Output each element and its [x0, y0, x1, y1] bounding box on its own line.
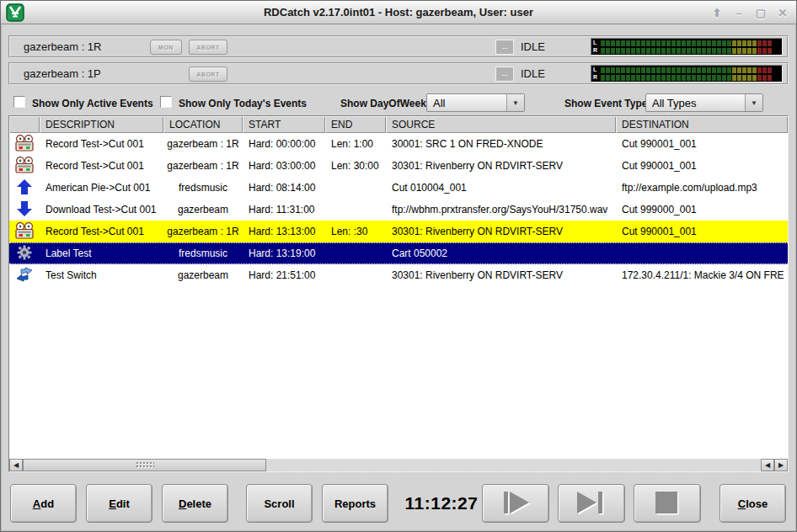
- cell-start: Hard: 08:14:00: [243, 182, 325, 194]
- meter-segment-green: [707, 67, 711, 73]
- titlebar[interactable]: RDCatch v2.17.0int01 - Host: gazerbeam, …: [1, 1, 796, 24]
- rdcatch-window: RDCatch v2.17.0int01 - Host: gazerbeam, …: [0, 0, 797, 532]
- meter-segment-green: [702, 48, 706, 54]
- cell-description: Record Test->Cut 001: [40, 226, 163, 237]
- table-row[interactable]: Record Test->Cut 001gazerbeam : 1RHard: …: [9, 133, 788, 155]
- dayofweek-label: Show DayOfWeek:: [340, 98, 430, 109]
- meter-segment-green: [611, 75, 615, 81]
- meter-segment-yellow: [732, 48, 736, 54]
- cell-location: gazerbeam : 1R: [163, 226, 243, 237]
- column-header-source[interactable]: SOURCE: [386, 116, 616, 133]
- scrollbar-thumb[interactable]: [23, 459, 266, 471]
- macro-icon: [17, 245, 32, 263]
- meter-segment-yellow: [752, 67, 757, 73]
- deck-event-chip: --: [495, 40, 514, 55]
- meter-segment-red: [768, 67, 772, 73]
- table-row[interactable]: Test SwitchgazerbeamHard: 21:51:0030301:…: [9, 264, 788, 286]
- table-row[interactable]: Record Test->Cut 001gazerbeam : 1RHard: …: [9, 155, 788, 177]
- add-button[interactable]: Add: [10, 484, 77, 523]
- meter-segment-green: [666, 75, 671, 81]
- show-today-checkbox[interactable]: [160, 96, 172, 108]
- meter-segment-green: [611, 40, 615, 46]
- column-header-destination[interactable]: DESTINATION: [616, 116, 788, 133]
- meter-segment-green: [707, 40, 711, 46]
- scrollbar-track[interactable]: [266, 459, 761, 471]
- meter-segment-green: [616, 48, 620, 54]
- scroll-right-button[interactable]: ▶: [774, 459, 788, 471]
- column-header-end[interactable]: END: [325, 116, 386, 133]
- meter-segment-yellow: [752, 75, 757, 81]
- meter-segment-green: [661, 75, 666, 81]
- cell-destination: ftp://example.com/upload.mp3: [616, 182, 788, 194]
- table-row[interactable]: Download Test->Cut 001gazerbeamHard: 11:…: [9, 199, 788, 221]
- meter-segment-green: [671, 75, 676, 81]
- meter-segment-green: [616, 40, 620, 46]
- show-active-checkbox[interactable]: [13, 96, 25, 108]
- table-row[interactable]: American Pie->Cut 001fredsmusicHard: 08:…: [9, 177, 788, 199]
- dayofweek-select[interactable]: All ▼: [426, 93, 525, 112]
- shade-button[interactable]: ⬆: [710, 7, 724, 19]
- meter-segment-green: [666, 67, 671, 73]
- meter-segment-green: [626, 40, 630, 46]
- meter-segment-green: [707, 48, 711, 54]
- play-icon: [499, 491, 532, 516]
- column-header-start[interactable]: START: [243, 116, 325, 133]
- meter-segment-green: [626, 48, 630, 54]
- scroll-button[interactable]: Scroll: [246, 484, 313, 523]
- meter-segment-green: [687, 48, 691, 54]
- meter-segment-yellow: [747, 40, 752, 46]
- meter-segment-yellow: [752, 40, 757, 46]
- play-start-button[interactable]: [482, 484, 549, 523]
- stop-button[interactable]: [634, 484, 701, 523]
- cell-source: ftp://wbhm.prxtransfer.org/SaysYouH/3175…: [386, 204, 616, 215]
- deck-status: IDLE: [521, 40, 545, 53]
- meter-segment-green: [661, 67, 666, 73]
- minimize-button[interactable]: –: [732, 7, 746, 19]
- cell-source: 30301: Rivenberry ON RDVIRT-SERV: [386, 269, 616, 281]
- horizontal-scrollbar[interactable]: ◀ ◀ ▶: [9, 459, 788, 471]
- delete-button[interactable]: Delete: [162, 484, 228, 523]
- meter-segment-green: [727, 75, 731, 81]
- scroll-left-button[interactable]: ◀: [9, 459, 23, 471]
- meter-segment-green: [601, 67, 605, 73]
- abort-button[interactable]: ABORT: [189, 40, 227, 55]
- cell-source: 30301: Rivenberry ON RDVIRT-SERV: [386, 160, 616, 172]
- meter-segment-green: [616, 75, 620, 81]
- meter-segment-green: [722, 67, 726, 73]
- meter-segment-green: [631, 75, 635, 81]
- maximize-button[interactable]: ▢: [754, 7, 768, 19]
- meter-segment-green: [646, 67, 650, 73]
- meter-channel-label: L: [593, 40, 601, 46]
- meter-segment-red: [757, 48, 762, 54]
- column-header-description[interactable]: DESCRIPTION: [40, 116, 163, 133]
- reports-button[interactable]: Reports: [322, 484, 388, 523]
- play-next-button[interactable]: [558, 484, 625, 523]
- scroll-left-button[interactable]: ◀: [761, 459, 774, 471]
- play-deck-panel: gazerbeam : 1P ABORT -- IDLE LR: [8, 62, 789, 85]
- meter-segment-green: [727, 40, 731, 46]
- abort-button[interactable]: ABORT: [189, 66, 227, 82]
- meter-segment-green: [727, 67, 731, 73]
- cell-description: Record Test->Cut 001: [40, 138, 163, 150]
- meter-segment-green: [606, 40, 610, 46]
- cell-start: Hard: 13:19:00: [243, 247, 325, 259]
- meter-segment-green: [717, 75, 721, 81]
- meter-segment-green: [722, 40, 726, 46]
- meter-segment-green: [707, 75, 711, 81]
- edit-button[interactable]: Edit: [86, 484, 152, 523]
- table-row[interactable]: Record Test->Cut 001gazerbeam : 1RHard: …: [9, 221, 788, 242]
- monitor-button[interactable]: MON: [150, 40, 182, 55]
- meter-segment-green: [687, 67, 691, 73]
- cell-source: 30301: Rivenberry ON RDVIRT-SERV: [386, 226, 616, 237]
- close-window-button[interactable]: ✕: [776, 7, 789, 19]
- meter-segment-green: [692, 75, 696, 81]
- meter-segment-green: [656, 67, 661, 73]
- meter-segment-yellow: [737, 48, 741, 54]
- column-header-icon[interactable]: [9, 116, 40, 133]
- eventtype-select[interactable]: All Types ▼: [645, 93, 763, 112]
- meter-segment-green: [641, 40, 645, 46]
- close-button[interactable]: Close: [719, 484, 786, 523]
- column-header-location[interactable]: LOCATION: [163, 116, 243, 133]
- meter-segment-green: [661, 40, 666, 46]
- table-row[interactable]: Label TestfredsmusicHard: 13:19:00Cart 0…: [9, 242, 788, 264]
